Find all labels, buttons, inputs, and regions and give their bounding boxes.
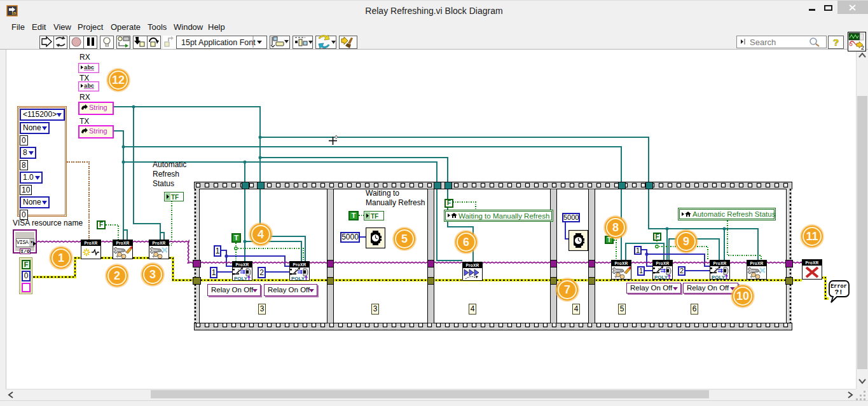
svg-text:?!: ?! — [834, 288, 843, 296]
svg-text:String: String — [89, 104, 107, 111]
svg-text:POLY: POLY — [234, 276, 248, 281]
svg-text:TF: TF — [371, 213, 378, 220]
svg-text:2: 2 — [861, 44, 864, 51]
svg-text:TF: TF — [171, 194, 179, 201]
svg-text:POLY: POLY — [654, 274, 668, 280]
svg-text:POLY: POLY — [712, 274, 726, 280]
svg-text:String: String — [89, 127, 107, 135]
svg-text:POLY: POLY — [291, 276, 305, 281]
